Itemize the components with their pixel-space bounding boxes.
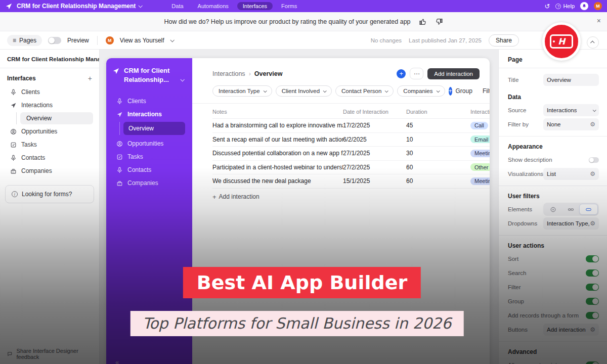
chevron-down-icon[interactable] xyxy=(139,4,143,8)
table-row[interactable]: Discussed potential collaboration on a n… xyxy=(212,147,490,161)
top-right-actions: ↺ ? Help M xyxy=(544,2,602,10)
elements-panel-option[interactable] xyxy=(562,204,580,215)
pages-button[interactable]: ≡ Pages xyxy=(7,35,42,46)
preview-label: Preview xyxy=(67,37,89,44)
toggle-knob xyxy=(592,298,598,304)
add-filter-button[interactable]: + xyxy=(449,87,452,96)
collapse-panel-button[interactable] xyxy=(587,36,599,49)
more-options-button[interactable]: ⋯ xyxy=(410,68,423,79)
column-header-duration[interactable]: Duration xyxy=(406,109,470,115)
add-records-through-a-form-toggle[interactable] xyxy=(586,312,599,319)
app-sidebar-title[interactable]: CRM for Client Relationship... xyxy=(124,66,177,84)
sidebar-item-opportunities[interactable]: Opportunities xyxy=(4,125,95,138)
elements-pill-option[interactable] xyxy=(579,204,598,215)
cell-duration: 10 xyxy=(406,136,470,143)
search-toggle[interactable] xyxy=(586,269,599,277)
chevron-down-icon[interactable] xyxy=(180,77,184,81)
source-select[interactable]: Interactions xyxy=(543,104,599,116)
sidebar-subitem-overview[interactable]: Overview xyxy=(16,112,93,124)
designer-feedback-link[interactable]: Share Interface Designer feedback xyxy=(0,343,99,364)
sidebar-item-clients[interactable]: Clients xyxy=(4,85,95,99)
column-header-date-of-interaction[interactable]: Date of Interaction xyxy=(343,109,406,115)
sidebar-item-interactions[interactable]: Interactions xyxy=(112,108,186,121)
close-icon[interactable]: × xyxy=(597,17,601,25)
dropdowns-control[interactable]: Interaction Type, Cl... ⚙ xyxy=(543,217,599,230)
sidebar-item-clients[interactable]: Clients xyxy=(112,95,186,108)
add-interaction-button[interactable]: Add interaction xyxy=(427,68,480,79)
table-row[interactable]: Sent a recap email of our last meeting w… xyxy=(212,133,490,147)
workspace-title[interactable]: CRM for Client Relationship Manag... xyxy=(0,50,99,68)
buttons-control[interactable]: Add interaction ⚙ xyxy=(543,324,599,336)
plane-icon xyxy=(10,102,17,109)
user-avatar[interactable]: M xyxy=(594,2,602,10)
filter-toggle[interactable] xyxy=(586,284,599,291)
view-action-group[interactable]: Group xyxy=(456,87,472,95)
table-row[interactable]: We discussed the new deal package15/1/20… xyxy=(212,174,490,189)
cell-notes: Discussed potential collaboration on a n… xyxy=(212,150,343,157)
gear-icon[interactable]: ⚙ xyxy=(590,121,595,127)
view-as-avatar: M xyxy=(106,36,114,44)
nav-tab-automations[interactable]: Automations xyxy=(192,2,234,10)
filter-by-control[interactable]: None ⚙ xyxy=(543,118,599,130)
sidebar-item-interactions[interactable]: Interactions xyxy=(4,99,95,112)
history-icon[interactable]: ↺ xyxy=(544,3,550,10)
table-row[interactable]: Had a brainstorming call to explore inno… xyxy=(212,119,490,133)
help-label: Help xyxy=(563,3,575,9)
breadcrumb-parent[interactable]: Interactions xyxy=(212,70,245,77)
nav-tab-forms[interactable]: Forms xyxy=(276,2,302,10)
elements-none-option[interactable] xyxy=(544,204,562,215)
building-icon xyxy=(10,168,17,174)
add-record-row[interactable]: + Add interaction xyxy=(212,193,490,201)
sidebar-item-companies[interactable]: Companies xyxy=(112,176,186,190)
cell-notes: Sent a recap email of our last meeting w… xyxy=(212,136,343,143)
show-description-toggle[interactable] xyxy=(589,157,599,163)
filter-pill-contact-person[interactable]: Contact Person xyxy=(335,85,394,97)
share-button[interactable]: Share xyxy=(489,34,519,47)
visualizations-control[interactable]: List ⚙ xyxy=(543,168,599,180)
chevron-down-icon xyxy=(436,89,440,93)
add-interface-button[interactable]: + xyxy=(88,75,92,82)
view-actions: GroupFilterSort xyxy=(456,87,490,95)
sidebar-collapse-icon[interactable]: « xyxy=(115,358,119,364)
title-input[interactable]: Overview xyxy=(543,74,599,86)
sort-toggle[interactable] xyxy=(586,255,599,262)
table-body: Had a brainstorming call to explore inno… xyxy=(212,119,490,189)
allow-print-toggle[interactable] xyxy=(586,361,599,364)
view-action-filter[interactable]: Filter xyxy=(483,87,490,95)
nav-tab-interfaces[interactable]: Interfaces xyxy=(237,2,273,10)
column-header-interaction-type[interactable]: Interaction Type xyxy=(470,109,490,115)
gear-icon[interactable]: ⚙ xyxy=(590,220,595,226)
preview-toggle[interactable] xyxy=(48,37,61,44)
sidebar-item-tasks[interactable]: Tasks xyxy=(112,150,186,163)
filter-pill-client-involved[interactable]: Client Involved xyxy=(276,85,332,97)
group-toggle[interactable] xyxy=(586,298,599,305)
filter-pill-interaction-type[interactable]: Interaction Type xyxy=(212,85,272,97)
add-element-button[interactable]: + xyxy=(397,69,406,78)
user-action-toggles: SortSearchFilterGroupAdd records through… xyxy=(508,252,599,323)
notifications-button[interactable] xyxy=(580,2,588,10)
nav-tab-data[interactable]: Data xyxy=(166,2,189,10)
view-as-selector[interactable]: View as Yourself xyxy=(120,37,164,44)
check-icon xyxy=(116,154,123,160)
sidebar-item-tasks[interactable]: Tasks xyxy=(4,138,95,151)
gear-icon[interactable]: ⚙ xyxy=(590,171,595,177)
sidebar-item-opportunities[interactable]: Opportunities xyxy=(112,137,186,150)
thumbs-down-button[interactable] xyxy=(435,18,443,26)
table-row[interactable]: Participated in a client-hosted webinar … xyxy=(212,161,490,175)
help-button[interactable]: ? Help xyxy=(555,3,575,9)
gear-icon[interactable]: ⚙ xyxy=(590,327,595,333)
sidebar-item-companies[interactable]: Companies xyxy=(4,164,95,177)
column-header-notes[interactable]: Notes xyxy=(212,109,343,115)
app-title[interactable]: CRM for Client Relationship Management xyxy=(17,3,136,10)
toggle-knob xyxy=(592,312,598,318)
filter-pill-companies[interactable]: Companies xyxy=(397,85,445,97)
chevron-down-icon[interactable] xyxy=(170,38,174,42)
panels-icon xyxy=(568,206,574,213)
filter-pill-label: Client Involved xyxy=(282,88,320,94)
sidebar-item-contacts[interactable]: Contacts xyxy=(4,151,95,164)
sidebar-subitem-overview[interactable]: Overview xyxy=(119,122,185,135)
sidebar-item-contacts[interactable]: Contacts xyxy=(112,163,186,176)
thumbs-up-button[interactable] xyxy=(419,18,427,26)
filter-label: Filter xyxy=(508,284,521,290)
looking-for-forms-button[interactable]: i Looking for forms? xyxy=(5,185,94,203)
